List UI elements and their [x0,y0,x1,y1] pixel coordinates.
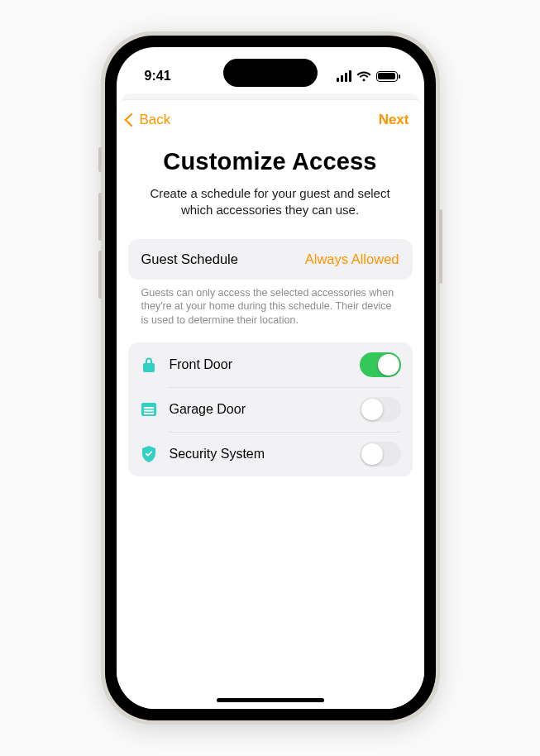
dynamic-island [223,59,318,87]
accessory-label: Garage Door [170,402,348,417]
wifi-icon [356,71,371,82]
screen: 9:41 Back Next Cust [117,47,424,709]
accessories-list: Front Door Garage Door [128,342,413,476]
accessory-label: Security System [170,447,348,462]
side-button [98,147,102,172]
toggle-security-system[interactable] [360,442,401,467]
home-indicator[interactable] [217,698,324,702]
schedule-row[interactable]: Guest Schedule Always Allowed [128,239,413,280]
power-button [439,209,442,284]
svg-rect-1 [144,407,154,409]
volume-down-button [98,251,102,299]
garage-icon [140,400,158,419]
svg-rect-3 [144,413,154,414]
toggle-garage-door[interactable] [360,397,401,422]
page-subtitle: Create a schedule for your guest and sel… [141,185,399,219]
phone-frame: 9:41 Back Next Cust [101,31,440,725]
cellular-icon [337,70,351,82]
volume-up-button [98,193,102,241]
chevron-left-icon [124,113,138,127]
schedule-card[interactable]: Guest Schedule Always Allowed [128,239,413,280]
battery-icon [376,71,398,82]
back-label: Back [140,112,171,128]
shield-check-icon [140,445,158,463]
accessory-row-front-door: Front Door [128,342,413,387]
next-button[interactable]: Next [379,112,409,128]
accessory-row-garage-door: Garage Door [128,387,413,432]
phone-bezel: 9:41 Back Next Cust [105,36,436,720]
page-title: Customize Access [117,148,424,175]
toggle-front-door[interactable] [360,352,401,377]
schedule-footnote: Guests can only access the selected acce… [141,286,399,328]
schedule-value: Always Allowed [305,251,399,267]
modal-sheet: Back Next Customize Access Create a sche… [117,100,424,709]
schedule-label: Guest Schedule [141,251,238,267]
accessory-label: Front Door [170,357,348,372]
lock-icon [140,356,158,374]
back-button[interactable]: Back [127,112,171,128]
navigation-bar: Back Next [117,100,424,135]
svg-rect-2 [144,410,154,412]
status-time: 9:41 [145,69,171,84]
accessory-row-security-system: Security System [128,432,413,476]
status-indicators [337,70,398,82]
